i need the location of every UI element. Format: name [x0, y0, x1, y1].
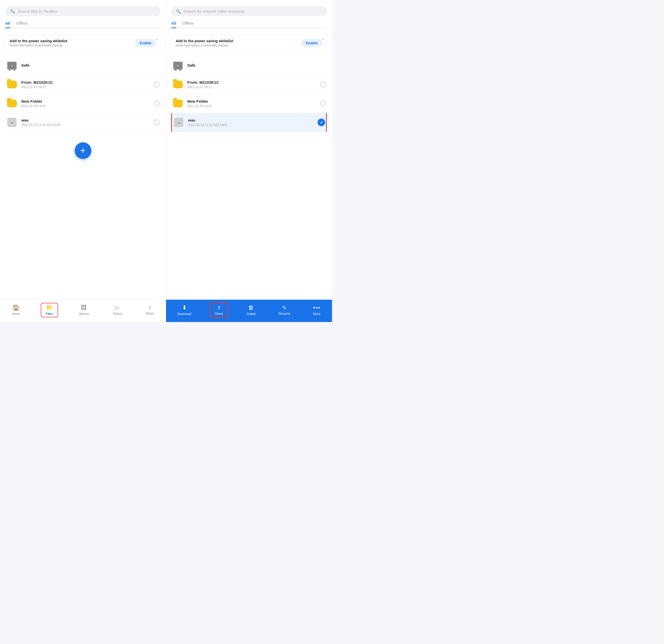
action-share[interactable]: ⇧ Share	[210, 302, 228, 318]
right-folder1-icon-container	[172, 79, 184, 90]
right-folder1-name: From: M2102K1C	[187, 80, 317, 85]
right-wav-checkbox[interactable]: ✓	[318, 119, 325, 126]
left-banner-text: Add to the power saving whitelist Avoid …	[9, 39, 132, 47]
left-folder1-name: From: M2102K1C	[21, 80, 151, 85]
left-file-m2102k1c[interactable]: From: M2102K1C 2021-11-27 18:17	[5, 75, 161, 94]
share-nav-icon: ⇧	[148, 305, 152, 310]
left-wav-icon: ☁	[7, 118, 17, 127]
left-enable-button[interactable]: Enable	[135, 39, 156, 47]
right-wav-icon-container: ☁	[173, 117, 184, 128]
left-file-safe[interactable]: Safe	[5, 56, 161, 75]
right-folder2-name: New Folder	[187, 99, 317, 104]
right-folder1-radio[interactable]	[320, 82, 326, 87]
action-download[interactable]: ⬇ Download	[173, 303, 195, 317]
left-folder1-icon	[7, 81, 17, 88]
left-folder2-icon	[7, 100, 17, 107]
right-panel: 🔍 Search for network video resources All…	[166, 0, 332, 299]
left-folder2-radio[interactable]	[154, 101, 160, 106]
action-more[interactable]: ••• More	[309, 303, 325, 317]
right-folder2-meta: 2021-11-29 14:51	[187, 104, 317, 108]
fab-button[interactable]: +	[75, 142, 91, 159]
right-folder2-radio[interactable]	[320, 101, 326, 106]
left-whitelist-banner: Add to the power saving whitelist Avoid …	[5, 35, 161, 51]
right-banner-close[interactable]: ×	[322, 37, 324, 42]
right-folder1-info: From: M2102K1C 2021-11-27 18:17	[187, 80, 317, 89]
nav-item-files[interactable]: 📁 Files	[41, 303, 58, 317]
action-delete[interactable]: 🗑 Delete	[243, 303, 260, 317]
right-file-list: Safe From: M2102K1C 2021-11-27 18:17	[171, 56, 327, 132]
right-whitelist-banner: Add to the power saving whitelist Avoid …	[171, 35, 327, 51]
bottom-nav-wrapper: 🏠 Home 📁 Files 🖼 Albums ▷ Videos ⇧ Share…	[0, 299, 332, 322]
right-safe-icon-container	[172, 60, 184, 71]
left-file-wav[interactable]: ☁ wav 2022-03-16 11:31 933.14KB	[5, 113, 161, 132]
left-safe-icon-container	[6, 60, 18, 71]
left-wav-icon-container: ☁	[6, 117, 18, 128]
left-wav-name: wav	[21, 118, 151, 122]
right-tabs: All Offline	[171, 21, 327, 28]
right-search-icon: 🔍	[176, 9, 181, 14]
right-file-newfolder[interactable]: New Folder 2021-11-29 14:51	[171, 94, 327, 113]
right-file-m2102k1c[interactable]: From: M2102K1C 2021-11-27 18:17	[171, 75, 327, 94]
nav-item-albums[interactable]: 🖼 Albums	[76, 303, 92, 317]
left-folder2-icon-container	[6, 98, 18, 109]
left-file-newfolder[interactable]: New Folder 2021-11-29 14:51	[5, 94, 161, 113]
left-tab-offline[interactable]: Offline	[16, 21, 27, 28]
right-file-safe[interactable]: Safe	[171, 56, 327, 75]
right-safe-icon	[173, 62, 183, 69]
right-banner-title: Add to the power saving whitelist	[175, 39, 298, 43]
right-file-wav[interactable]: ☁ wav 2022-03-16 11:31 933.14KB ✓	[171, 113, 327, 132]
left-folder2-meta: 2021-11-29 14:51	[21, 104, 151, 108]
right-tab-offline[interactable]: Offline	[182, 21, 193, 28]
left-banner-close[interactable]: ×	[155, 37, 158, 42]
left-folder2-info: New Folder 2021-11-29 14:51	[21, 99, 151, 108]
nav-label-files: Files	[46, 312, 53, 316]
nav-label-albums: Albums	[79, 312, 89, 316]
left-folder1-info: From: M2102K1C 2021-11-27 18:17	[21, 80, 151, 89]
right-wav-icon: ☁	[174, 118, 183, 127]
nav-item-home[interactable]: 🏠 Home	[9, 303, 23, 317]
right-wav-meta: 2022-03-16 11:31 933.14KB	[188, 123, 316, 127]
left-safe-icon	[7, 62, 17, 69]
right-search-bar[interactable]: 🔍 Search for network video resources	[171, 6, 327, 16]
left-wav-meta: 2022-03-16 11:31 933.14KB	[21, 123, 151, 127]
right-banner-text: Add to the power saving whitelist Avoid …	[175, 39, 298, 47]
right-banner-subtitle: Avoid interruption of automatic backup	[175, 44, 298, 47]
right-search-placeholder: Search for network video resources	[184, 9, 245, 14]
left-banner-title: Add to the power saving whitelist	[9, 39, 132, 43]
home-icon: 🏠	[13, 304, 19, 311]
nav-item-share[interactable]: ⇧ Share	[143, 304, 157, 316]
left-safe-name: Safe	[21, 63, 160, 67]
right-wav-name: wav	[188, 118, 316, 122]
left-tabs: All Offline	[5, 21, 161, 28]
albums-icon: 🖼	[81, 304, 87, 311]
checkmark-icon: ✓	[320, 120, 323, 125]
nav-label-share: Share	[146, 312, 154, 315]
right-folder2-icon-container	[172, 98, 184, 109]
right-folder1-icon	[173, 81, 183, 88]
nav-item-videos[interactable]: ▷ Videos	[110, 304, 125, 317]
rename-icon: ✎	[282, 305, 287, 311]
right-tab-all[interactable]: All	[171, 21, 176, 28]
left-tab-all[interactable]: All	[5, 21, 10, 28]
left-safe-info: Safe	[21, 63, 160, 68]
share-action-icon: ⇧	[217, 305, 221, 311]
right-safe-name: Safe	[187, 63, 326, 67]
left-folder2-name: New Folder	[21, 99, 151, 104]
left-folder1-icon-container	[6, 79, 18, 90]
left-banner-subtitle: Avoid interruption of automatic backup	[9, 44, 132, 47]
delete-icon: 🗑	[248, 304, 254, 311]
nav-label-home: Home	[12, 312, 20, 316]
right-enable-button[interactable]: Enable	[301, 39, 323, 47]
left-search-placeholder: Search files in TeraBox	[18, 9, 57, 14]
left-wav-info: wav 2022-03-16 11:31 933.14KB	[21, 118, 151, 127]
action-label-more: More	[313, 312, 320, 316]
left-wav-radio[interactable]	[154, 120, 160, 125]
left-search-bar[interactable]: 🔍 Search files in TeraBox	[5, 6, 161, 16]
download-icon: ⬇	[182, 304, 187, 311]
left-search-icon: 🔍	[10, 9, 15, 14]
videos-icon: ▷	[116, 305, 119, 311]
left-folder1-meta: 2021-11-27 18:17	[21, 85, 151, 89]
action-rename[interactable]: ✎ Rename	[274, 303, 294, 317]
left-panel: 🔍 Search files in TeraBox All Offline Ad…	[0, 0, 166, 299]
left-folder1-radio[interactable]	[154, 82, 160, 87]
